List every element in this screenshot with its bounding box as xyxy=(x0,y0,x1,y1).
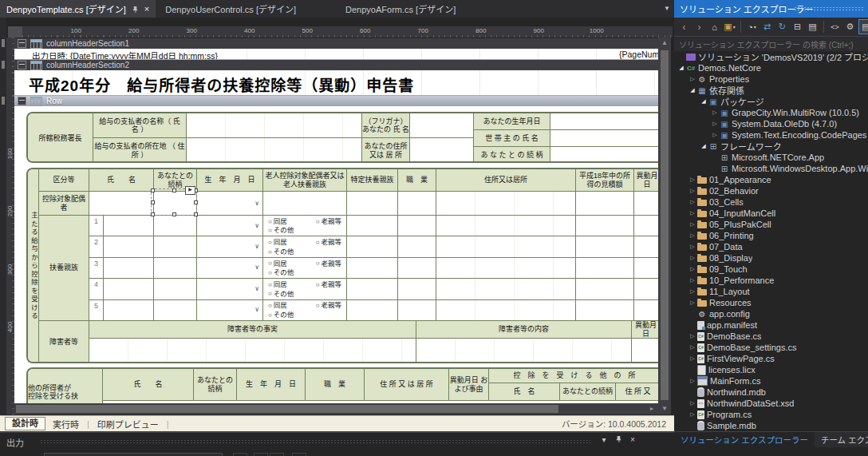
cell-dep-change[interactable] xyxy=(634,216,658,236)
selection-handle[interactable] xyxy=(194,200,198,204)
cell-dep-relation[interactable] xyxy=(154,236,197,257)
header2-change[interactable]: 異動月日 および事由 xyxy=(449,369,489,401)
tree-expander-icon[interactable] xyxy=(688,344,696,351)
cell-dep-specific[interactable] xyxy=(347,216,398,236)
tree-item[interactable]: 11_Layout xyxy=(674,286,868,297)
cell-your-addr-input[interactable] xyxy=(410,138,474,163)
radio-icon[interactable] xyxy=(316,259,321,268)
tree-expander-icon[interactable] xyxy=(688,255,696,261)
header2-birthdate[interactable]: 生 年 月 日 xyxy=(237,369,306,401)
cell-dep-income[interactable] xyxy=(576,216,634,236)
radio-icon[interactable] xyxy=(268,248,273,256)
cell-dep-birthdate[interactable] xyxy=(197,216,263,236)
output-toolbar-button[interactable] xyxy=(292,453,306,456)
cell-furigana-label[interactable]: （フリガナ）あなたの 氏 名 xyxy=(362,113,410,138)
cell-spouse-birthdate[interactable] xyxy=(197,192,263,216)
tree-expander-icon[interactable] xyxy=(688,333,696,339)
tree-item[interactable]: DemoBase.cs xyxy=(674,331,868,342)
selection-handle[interactable] xyxy=(172,188,176,192)
scrollbar-thumb[interactable] xyxy=(661,50,669,400)
cell-disability-change[interactable] xyxy=(632,339,658,363)
tree-item[interactable]: NorthwindDataSet.xsd xyxy=(674,398,868,409)
tree-item[interactable]: Sample.mdb xyxy=(674,420,868,431)
tree-item[interactable]: MainForm.cs xyxy=(674,375,868,387)
column-header-section2-content[interactable]: 平成20年分 給与所得者の扶養控除等（異動）申告書 xyxy=(14,70,658,96)
cell-main-side-label[interactable]: 主たる給与から控除を受ける xyxy=(28,169,39,363)
tree-item[interactable]: Program.cs xyxy=(674,409,868,420)
tree-expander-icon[interactable] xyxy=(688,266,696,272)
dropdown-icon[interactable] xyxy=(254,286,259,292)
radio-icon[interactable] xyxy=(268,259,273,268)
cell-dep-income[interactable] xyxy=(576,236,634,257)
cell-dep-occupation[interactable] xyxy=(398,300,436,321)
cell-dep-relation[interactable] xyxy=(154,216,197,236)
cell-tax-office[interactable]: 所轄税務署長 xyxy=(28,113,93,163)
selection-handle[interactable] xyxy=(151,212,155,216)
tree-expander-icon[interactable] xyxy=(688,188,696,194)
tree-item[interactable]: 10_Performance xyxy=(674,275,868,286)
cell-row-number[interactable]: 4 xyxy=(89,279,104,299)
radio-icon[interactable] xyxy=(268,217,273,226)
radio-icon[interactable] xyxy=(268,268,273,277)
cell-dep-elderly[interactable]: 同居 老親等 その他 xyxy=(263,279,347,299)
tree-item[interactable]: 05_PlusPakCell xyxy=(674,219,868,230)
header-name[interactable]: 氏 名 xyxy=(89,169,154,192)
tab-denpyo-aform[interactable]: DenpyoAForm.cs [デザイン] xyxy=(339,0,462,18)
pending-changes-icon[interactable]: ◔ xyxy=(745,20,759,34)
header2-sub-name[interactable]: 氏 名 xyxy=(489,383,560,401)
cell-dep-change[interactable] xyxy=(634,300,658,321)
tree-item[interactable]: 04_InputManCell xyxy=(674,208,868,219)
cell-dep-specific[interactable] xyxy=(347,279,398,299)
tree-item[interactable]: Microsoft.WindowsDesktop.App.WindowsForm… xyxy=(674,163,868,174)
cell-disability-detail[interactable] xyxy=(416,339,632,363)
cell-dep-elderly[interactable]: 同居 老親等 その他 xyxy=(263,216,347,236)
dropdown-icon[interactable] xyxy=(254,200,259,207)
cell-birth-label[interactable]: あなたの生年月日 xyxy=(474,113,550,130)
tree-item[interactable]: 依存関係 xyxy=(674,85,868,96)
section-grip[interactable] xyxy=(2,97,5,105)
selection-handle[interactable] xyxy=(151,188,155,192)
cell-dep-birthdate[interactable] xyxy=(197,300,263,321)
cell-dep-relation[interactable] xyxy=(154,258,197,279)
dropdown-icon[interactable] xyxy=(254,244,259,250)
cell-dep-specific[interactable] xyxy=(347,258,398,279)
radio-icon[interactable] xyxy=(316,280,321,289)
header-address[interactable]: 住所又は居所 xyxy=(436,169,576,192)
cell-spouse-specific[interactable] xyxy=(347,192,398,216)
output-source-dropdown[interactable] xyxy=(44,453,223,456)
cell-payer-addr-label[interactable]: 給与の支払者の所在地 （ 住 所 ） xyxy=(93,138,187,163)
cell-dep-address[interactable] xyxy=(436,300,576,321)
cell-dep-change[interactable] xyxy=(634,236,658,257)
search-input[interactable] xyxy=(674,39,868,51)
radio-icon[interactable] xyxy=(316,238,321,247)
cell-dep-address[interactable] xyxy=(436,258,576,279)
cell-dep-income[interactable] xyxy=(576,258,634,279)
vertical-scrollbar[interactable]: ▲ ▼ xyxy=(658,38,671,414)
cell-dep-occupation[interactable] xyxy=(398,279,436,299)
pin-icon[interactable] xyxy=(613,435,624,444)
column-header-section2-bar[interactable]: columnHeaderSection2 xyxy=(14,60,658,70)
tree-item[interactable]: Microsoft.NETCore.App xyxy=(674,152,868,163)
header-disability-fact[interactable]: 障害者等の事実 xyxy=(89,321,416,339)
cell-dep-birthdate[interactable] xyxy=(197,279,263,299)
tree-item[interactable]: パッケージ xyxy=(674,96,868,107)
window-menu-icon[interactable]: ▾ xyxy=(598,435,610,444)
cell-dep-name[interactable] xyxy=(104,279,154,299)
tree-item[interactable]: FirstViewPage.cs xyxy=(674,353,868,364)
radio-icon[interactable] xyxy=(268,238,273,247)
cell-payer-addr-input[interactable] xyxy=(187,138,362,163)
tab-denpyo-usercontrol[interactable]: DenpyoUserControl.cs [デザイン] xyxy=(159,0,302,18)
close-icon[interactable]: × xyxy=(144,4,149,14)
cell-spouse-label[interactable]: 控除対象配偶者 xyxy=(39,192,89,216)
radio-icon[interactable] xyxy=(268,289,273,298)
section-grip[interactable] xyxy=(2,39,5,47)
header2-sub-address[interactable]: 住 所 又 xyxy=(616,383,658,401)
cell-dep-elderly[interactable]: 同居 老親等 その他 xyxy=(263,300,347,321)
preview-selected-items-icon[interactable]: ▤ xyxy=(806,20,819,34)
tree-expander-icon[interactable] xyxy=(688,232,696,239)
tab-solution-explorer[interactable]: ソリューション エクスプローラー xyxy=(674,432,815,447)
cell-row-number[interactable]: 2 xyxy=(89,236,104,257)
cell-row-number[interactable]: 3 xyxy=(89,258,104,279)
output-toolbar-button[interactable] xyxy=(254,453,268,456)
header-disability-change[interactable]: 異動月日 xyxy=(632,321,658,339)
